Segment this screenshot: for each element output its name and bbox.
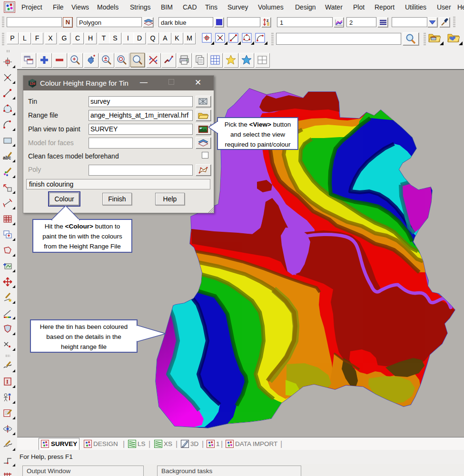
svg-text:I: I xyxy=(6,378,9,385)
svg-text:abc: abc xyxy=(3,155,11,160)
svg-text:12d: 12d xyxy=(30,82,35,85)
svg-text:z: z xyxy=(267,18,269,23)
